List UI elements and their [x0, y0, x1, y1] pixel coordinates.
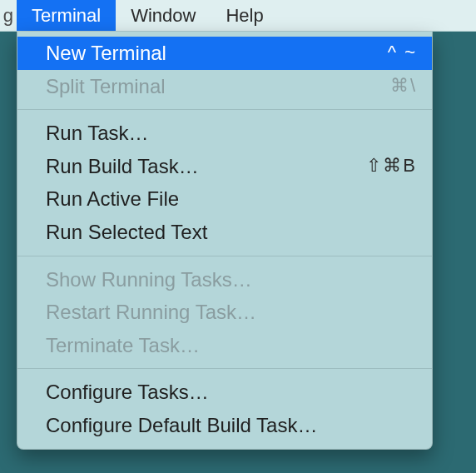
menu-item-label: Configure Default Build Task… [46, 411, 417, 440]
terminal-dropdown: New Terminal ^ ~ Split Terminal ⌘\ Run T… [17, 32, 433, 450]
menu-item-label: Show Running Tasks… [46, 266, 417, 294]
menu-item-label: Run Active File [46, 185, 417, 213]
menu-item-label: Run Task… [46, 119, 417, 147]
menu-item-run-selected-text[interactable]: Run Selected Text [17, 216, 432, 249]
menubar-fragment: g [0, 0, 17, 31]
menu-item-run-task[interactable]: Run Task… [17, 117, 432, 150]
menu-separator [17, 109, 432, 110]
menubar-item-help[interactable]: Help [211, 0, 278, 31]
menubar: g Terminal Window Help [0, 0, 476, 32]
menu-item-label: Split Terminal [46, 72, 390, 101]
menu-item-new-terminal[interactable]: New Terminal ^ ~ [17, 37, 432, 70]
menu-item-configure-tasks[interactable]: Configure Tasks… [17, 376, 432, 409]
menubar-item-window[interactable]: Window [116, 0, 211, 31]
menu-separator [17, 256, 432, 256]
menu-item-show-running-tasks[interactable]: Show Running Tasks… [17, 263, 432, 296]
menu-item-label: Run Selected Text [46, 218, 417, 246]
menu-item-run-build-task[interactable]: Run Build Task… ⇧⌘B [17, 150, 432, 183]
menubar-item-label: Window [131, 5, 196, 27]
menu-item-label: Configure Tasks… [46, 378, 417, 406]
menu-item-terminate-task[interactable]: Terminate Task… [17, 329, 432, 362]
menu-item-configure-default-build-task[interactable]: Configure Default Build Task… [17, 409, 432, 442]
menu-item-label: Run Build Task… [46, 152, 366, 181]
menu-separator [17, 368, 432, 369]
menubar-item-label: Help [226, 5, 263, 27]
menu-item-shortcut: ⌘\ [390, 73, 417, 99]
menu-item-split-terminal[interactable]: Split Terminal ⌘\ [17, 70, 432, 103]
menu-item-shortcut: ^ ~ [388, 40, 417, 66]
menu-item-shortcut: ⇧⌘B [366, 153, 417, 179]
menubar-item-terminal[interactable]: Terminal [17, 0, 116, 31]
menu-item-run-active-file[interactable]: Run Active File [17, 182, 432, 216]
menu-item-label: New Terminal [46, 39, 388, 67]
menu-item-label: Terminate Task… [46, 331, 417, 360]
menu-item-restart-running-task[interactable]: Restart Running Task… [17, 296, 432, 329]
menu-item-label: Restart Running Task… [46, 298, 417, 326]
menubar-item-label: Terminal [32, 5, 101, 27]
